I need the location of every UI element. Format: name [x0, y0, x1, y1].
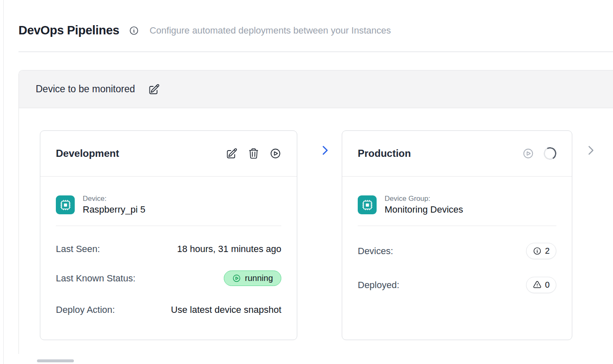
deployed-row: Deployed: 0	[358, 277, 556, 293]
pipeline-body: Development	[19, 108, 613, 354]
last-seen-row: Last Seen: 18 hours, 31 minutes ago	[56, 244, 281, 255]
device-group-text: Device Group: Monitoring Devices	[385, 195, 463, 215]
deploy-action-value: Use latest device snapshot	[171, 304, 281, 315]
development-stage-card: Development	[40, 130, 297, 340]
production-stage-header: Production	[342, 131, 572, 177]
production-stage-title: Production	[358, 148, 411, 159]
card-divider	[56, 226, 281, 226]
edit-pipeline-icon[interactable]	[148, 83, 160, 95]
device-group-name: Monitoring Devices	[385, 204, 463, 215]
deployed-count: 0	[545, 280, 550, 290]
device-row: Device: Raspberry_pi 5	[56, 195, 281, 215]
deployed-label: Deployed:	[358, 280, 399, 291]
last-seen-value: 18 hours, 31 minutes ago	[177, 244, 281, 255]
pipeline-arrow-icon	[319, 144, 331, 156]
device-name: Raspberry_pi 5	[83, 204, 145, 215]
device-group-row: Device Group: Monitoring Devices	[358, 195, 556, 215]
deploy-action-label: Deploy Action:	[56, 304, 115, 315]
devices-row: Devices: 2	[358, 243, 556, 259]
development-stage-actions	[226, 148, 281, 159]
development-stage-title: Development	[56, 148, 119, 159]
horizontal-scrollbar[interactable]	[37, 359, 74, 362]
development-stage-body: Device: Raspberry_pi 5 Last Seen: 18 hou…	[40, 177, 297, 315]
devices-count: 2	[545, 246, 550, 256]
page-title: DevOps Pipelines	[18, 23, 119, 37]
header-divider	[18, 52, 613, 52]
production-stage-body: Device Group: Monitoring Devices Devices…	[342, 177, 572, 293]
status-badge: running	[224, 270, 281, 286]
delete-stage-icon[interactable]	[248, 148, 259, 159]
card-divider	[358, 226, 556, 226]
production-stage-actions	[522, 147, 556, 160]
last-known-status-row: Last Known Status: running	[56, 270, 281, 286]
left-border	[3, 0, 4, 364]
running-play-icon	[232, 274, 241, 283]
scroll-right-icon[interactable]	[585, 144, 597, 156]
status-text: running	[245, 273, 273, 283]
info-icon[interactable]	[129, 26, 139, 36]
last-known-status-label: Last Known Status:	[56, 273, 136, 284]
deployed-count-badge[interactable]: 0	[526, 277, 556, 293]
devices-label: Devices:	[358, 246, 393, 257]
pipeline-title: Device to be monitored	[36, 83, 135, 95]
loading-spinner	[542, 146, 558, 161]
device-group-chip-icon	[358, 195, 377, 214]
pipeline-panel-header: Device to be monitored	[19, 70, 613, 108]
last-seen-label: Last Seen:	[56, 244, 100, 255]
run-stage-icon-disabled[interactable]	[522, 148, 534, 159]
devices-count-badge[interactable]: 2	[526, 243, 556, 259]
run-stage-icon[interactable]	[270, 148, 281, 159]
page-subtitle: Configure automated deployments between …	[149, 25, 391, 36]
device-chip-icon	[56, 195, 75, 214]
production-stage-card: Production	[342, 130, 572, 340]
device-group-label: Device Group:	[385, 195, 463, 203]
pipeline-panel: Device to be monitored Development	[18, 70, 613, 354]
page-header: DevOps Pipelines Configure automated dep…	[0, 0, 613, 37]
edit-stage-icon[interactable]	[226, 148, 238, 159]
info-circle-icon	[533, 247, 542, 255]
device-text: Device: Raspberry_pi 5	[83, 195, 145, 215]
warning-triangle-icon	[533, 281, 542, 289]
deploy-action-row: Deploy Action: Use latest device snapsho…	[56, 304, 281, 315]
development-stage-header: Development	[40, 131, 297, 177]
stages-row: Development	[40, 130, 613, 340]
device-label: Device:	[83, 195, 145, 203]
